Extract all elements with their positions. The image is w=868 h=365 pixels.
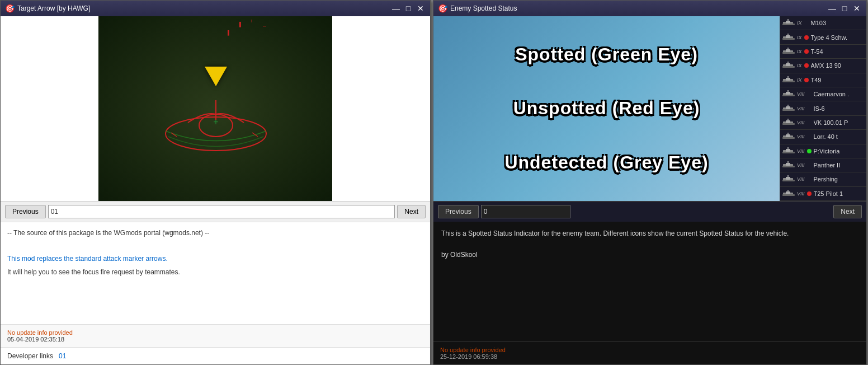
tank-icon xyxy=(782,133,795,141)
tank-name: Type 4 Schw. xyxy=(811,34,847,41)
tank-name: IS-6 xyxy=(814,105,825,112)
right-desc-line2 xyxy=(441,239,858,250)
svg-rect-38 xyxy=(786,134,790,137)
left-maximize-button[interactable]: □ xyxy=(403,3,413,13)
svg-rect-18 xyxy=(786,63,790,66)
left-minimize-button[interactable]: — xyxy=(391,3,401,13)
right-close-button[interactable]: ✕ xyxy=(852,3,862,13)
tank-list-item: IXT-54 xyxy=(780,45,866,59)
tank-tier: VIII xyxy=(797,162,805,168)
tank-icon xyxy=(782,76,795,84)
tank-icon xyxy=(782,119,795,127)
right-title-bar: 🎯 Enemy Spotted Status — □ ✕ xyxy=(433,1,866,16)
tank-icon xyxy=(782,19,795,27)
tank-status-dot xyxy=(807,177,812,181)
left-nav-bar: Previous Next xyxy=(1,201,430,222)
tank-icon xyxy=(782,147,795,155)
tank-name: Pershing xyxy=(814,176,838,182)
tank-tier: VIII xyxy=(797,176,805,182)
tank-name: Panther II xyxy=(814,162,841,169)
svg-rect-34 xyxy=(786,120,790,123)
left-game-preview: + ▌ ▌ — | xyxy=(98,16,333,201)
tank-status-dot xyxy=(807,163,812,167)
tank-status-dot xyxy=(807,120,812,125)
tank-tier: IX xyxy=(797,20,802,26)
svg-rect-36 xyxy=(782,123,795,125)
tank-tier: VIII xyxy=(797,120,805,125)
left-window: 🎯 Target Arrow [by HAWG] — □ ✕ xyxy=(0,0,431,365)
left-window-title: Target Arrow [by HAWG] xyxy=(17,4,391,12)
left-white-panel-left xyxy=(1,16,98,201)
tank-list-item: VIIIIS-6 xyxy=(780,101,866,115)
left-dev-links: Developer links 01 xyxy=(1,347,430,364)
tank-name: P:Victoria xyxy=(814,148,840,155)
right-next-button[interactable]: Next xyxy=(833,205,862,218)
svg-rect-46 xyxy=(786,163,790,166)
tank-icon xyxy=(782,161,795,169)
tank-status-dot xyxy=(804,49,809,54)
dev-links-label: Developer links xyxy=(7,352,53,360)
tank-icon xyxy=(782,34,795,41)
right-update-text: No update info provided xyxy=(440,347,860,353)
svg-rect-32 xyxy=(782,109,795,111)
left-close-button[interactable]: ✕ xyxy=(416,3,426,13)
tank-status-dot xyxy=(804,78,809,82)
svg-rect-12 xyxy=(782,38,795,40)
right-update-date: 25-12-2019 06:59:38 xyxy=(440,353,860,360)
tank-tier: IX xyxy=(797,49,802,54)
tank-status-dot xyxy=(807,106,812,111)
tank-list-item: IXType 4 Schw. xyxy=(780,30,866,44)
left-title-bar: 🎯 Target Arrow [by HAWG] — □ ✕ xyxy=(1,1,430,16)
svg-rect-22 xyxy=(786,78,790,81)
left-preview-area: + ▌ ▌ — | xyxy=(1,16,430,201)
svg-rect-10 xyxy=(786,35,790,38)
tank-list-item: IXM103 xyxy=(780,16,866,30)
left-update-bar: No update info provided 05-04-2019 02:35… xyxy=(1,324,430,347)
tank-list-item: VIIILorr. 40 t xyxy=(780,130,866,144)
right-description-area: This is a Spotted Status Indicator for t… xyxy=(433,222,866,341)
left-page-input[interactable] xyxy=(48,205,395,218)
svg-rect-40 xyxy=(782,137,795,139)
desc-line1: -- The source of this package is the WGm… xyxy=(7,228,423,238)
tank-list-item: VIIICaernarvon . xyxy=(780,87,866,101)
desc-line2 xyxy=(7,241,423,251)
tank-icon xyxy=(782,190,795,198)
tank-list-item: VIIIT25 Pilot 1 xyxy=(780,187,866,201)
svg-rect-20 xyxy=(782,66,795,68)
tank-icon xyxy=(782,105,795,113)
right-window: 🎯 Enemy Spotted Status — □ ✕ Spotted (Gr… xyxy=(433,0,867,365)
left-window-controls: — □ ✕ xyxy=(391,3,426,13)
left-previous-button[interactable]: Previous xyxy=(5,205,46,218)
tank-status-dot xyxy=(807,134,812,139)
tank-tier: IX xyxy=(797,77,802,83)
tank-name: M103 xyxy=(811,20,827,26)
tank-icon xyxy=(782,48,795,55)
right-maximize-button[interactable]: □ xyxy=(839,3,850,13)
tank-list-item: VIIIVK 100.01 P xyxy=(780,116,866,130)
tank-tier: VIII xyxy=(797,148,805,154)
tank-status-dot xyxy=(804,35,809,40)
right-minimize-button[interactable]: — xyxy=(827,3,837,13)
right-page-input[interactable] xyxy=(481,205,570,218)
tank-name: T49 xyxy=(811,77,822,83)
left-next-button[interactable]: Next xyxy=(397,205,426,218)
svg-rect-24 xyxy=(782,81,795,82)
svg-rect-42 xyxy=(786,149,790,152)
right-desc-line1: This is a Spotted Status Indicator for t… xyxy=(441,228,858,239)
dev-links-link[interactable]: 01 xyxy=(59,352,66,360)
right-previous-button[interactable]: Previous xyxy=(438,205,479,218)
svg-rect-26 xyxy=(786,92,790,95)
tank-name: VK 100.01 P xyxy=(814,119,848,126)
left-update-text: No update info provided xyxy=(7,329,423,336)
right-window-icon: 🎯 xyxy=(438,4,447,13)
tank-list-item: VIIIPershing xyxy=(780,172,866,186)
right-update-bar: No update info provided 25-12-2019 06:59… xyxy=(433,341,866,364)
spotted-scene: Spotted (Green Eye) Unspotted (Red Eye) … xyxy=(433,16,866,201)
red-marks: ▌ ▌ — | xyxy=(98,16,333,201)
svg-rect-30 xyxy=(786,106,790,109)
tank-tier: VIII xyxy=(797,134,805,139)
tank-status-dot xyxy=(804,21,809,25)
svg-rect-14 xyxy=(786,49,790,52)
svg-rect-8 xyxy=(782,24,795,25)
tank-list-item: IXAMX 13 90 xyxy=(780,59,866,73)
